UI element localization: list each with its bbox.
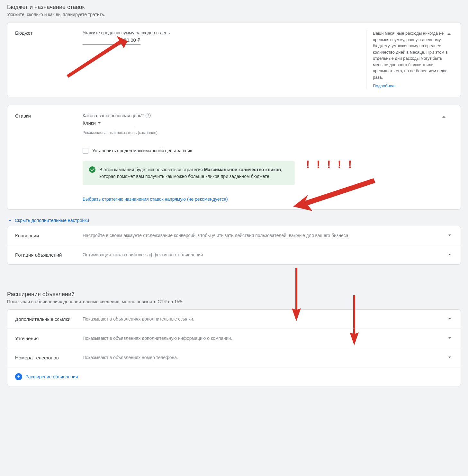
callouts-desc: Показывают в объявлениях дополнительную … — [83, 336, 443, 341]
add-extension-button[interactable]: + Расширение объявления — [7, 367, 461, 386]
phones-desc: Показывают в объявлениях номер телефона. — [83, 355, 443, 360]
strategy-info-text: В этой кампании будет использоваться стр… — [99, 166, 288, 180]
chevron-down-icon — [446, 315, 453, 323]
budget-info-text: Ваши месячные расходы никогда не превыся… — [373, 30, 453, 80]
chevron-down-icon — [446, 354, 453, 361]
budget-label: Бюджет — [15, 30, 83, 89]
chevron-down-icon — [446, 335, 453, 342]
ad-rotation-desc: Оптимизация: показ наиболее эффективных … — [83, 252, 443, 257]
chevron-down-icon — [98, 122, 101, 124]
chevron-down-icon — [446, 232, 453, 239]
section-title-budget: Бюджет и назначение ставок — [7, 0, 461, 12]
bids-goal-dropdown[interactable]: Клики — [83, 120, 101, 126]
collapse-icon[interactable] — [445, 30, 453, 38]
help-icon[interactable]: ? — [146, 113, 151, 118]
chevron-down-icon — [446, 251, 453, 259]
collapse-icon[interactable] — [440, 113, 448, 121]
bids-goal-selected: Клики — [83, 120, 96, 126]
phones-row[interactable]: Номера телефонов Показывают в объявления… — [7, 348, 461, 367]
cpc-limit-checkbox[interactable] — [83, 148, 88, 154]
sitelinks-label: Дополнительные ссылки — [15, 316, 83, 322]
budget-more-link[interactable]: Подробнее… — [373, 84, 399, 88]
section-title-extensions: Расширения объявлений — [7, 287, 461, 299]
budget-card: Бюджет Укажите среднюю сумму расходов в … — [7, 22, 461, 97]
budget-field-label: Укажите среднюю сумму расходов в день — [83, 30, 366, 35]
annotation-exclaim: ! ! ! ! ! — [306, 158, 354, 171]
bids-recommended-text: Рекомендованный показатель (кампания) — [83, 130, 440, 135]
phones-label: Номера телефонов — [15, 355, 83, 360]
annotation-arrow-strategy — [284, 176, 380, 214]
budget-input[interactable]: 150,00 ₽ — [83, 37, 140, 45]
section-subtitle-budget: Укажите, сколько и как вы планируете тра… — [7, 12, 461, 17]
conversions-label: Конверсии — [15, 233, 83, 238]
add-extension-label: Расширение объявления — [25, 374, 78, 379]
sitelinks-desc: Показывают в объявлениях дополнительные … — [83, 316, 443, 322]
bids-card: Ставки Какова ваша основная цель? ? Клик… — [7, 105, 461, 210]
budget-infobox: Ваши месячные расходы никогда не превыся… — [366, 30, 453, 89]
bids-label: Ставки — [15, 113, 83, 119]
strategy-info-box: В этой кампании будет использоваться стр… — [83, 161, 295, 185]
direct-strategy-link[interactable]: Выбрать стратегию назначения ставок напр… — [83, 197, 440, 202]
ad-rotation-label: Ротация объявлений — [15, 252, 83, 258]
budget-value: 150,00 ₽ — [121, 37, 140, 43]
svg-marker-1 — [293, 178, 375, 211]
ad-rotation-row[interactable]: Ротация объявлений Оптимизация: показ на… — [7, 245, 461, 264]
conversions-desc: Настройте в своем аккаунте отслеживание … — [83, 233, 443, 238]
sitelinks-row[interactable]: Дополнительные ссылки Показывают в объяв… — [7, 310, 461, 329]
extensions-list: Дополнительные ссылки Показывают в объяв… — [7, 309, 461, 386]
section-subtitle-extensions: Показывая в объявлениях дополнительные с… — [7, 299, 461, 304]
callouts-row[interactable]: Уточнения Показывают в объявлениях допол… — [7, 329, 461, 348]
plus-icon: + — [15, 373, 22, 380]
hide-extra-settings-toggle[interactable]: Скрыть дополнительные настройки — [7, 217, 461, 223]
cpc-limit-label: Установить предел максимальной цены за к… — [92, 148, 192, 153]
bids-goal-label: Какова ваша основная цель? ? — [83, 113, 440, 118]
conversions-row[interactable]: Конверсии Настройте в своем аккаунте отс… — [7, 226, 461, 245]
extra-settings-list: Конверсии Настройте в своем аккаунте отс… — [7, 226, 461, 265]
callouts-label: Уточнения — [15, 336, 83, 341]
check-icon — [89, 166, 95, 173]
